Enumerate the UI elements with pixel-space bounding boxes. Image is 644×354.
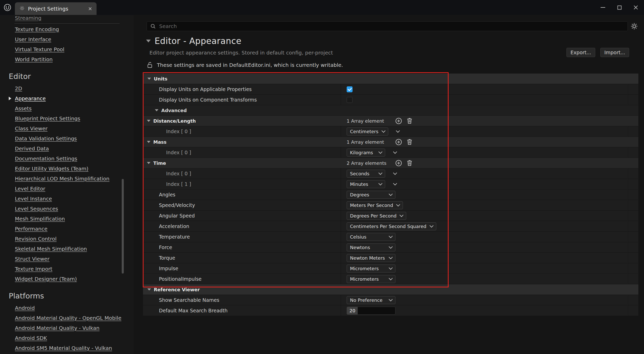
delete-elements-button[interactable] (406, 117, 413, 124)
sidebar-item-texture-import[interactable]: Texture Import (0, 264, 134, 274)
delete-elements-button[interactable] (406, 160, 413, 166)
sidebar-item-data-validation-settings[interactable]: Data Validation Settings (0, 133, 134, 143)
sidebar-item-revision-control[interactable]: Revision Control (0, 234, 134, 244)
dropdown-positional-impulse[interactable]: Micrometers (347, 275, 395, 283)
dropdown-unit[interactable]: Centimeters (347, 128, 388, 135)
dropdown-angular-speed[interactable]: Degrees Per Second (347, 212, 406, 220)
dropdown-force[interactable]: Newtons (347, 243, 395, 251)
dropdown-acceleration[interactable]: Centimeters Per Second Squared (347, 222, 436, 230)
sidebar-item-user-interface[interactable]: User Interface (0, 34, 134, 44)
sidebar-scrollbar[interactable] (122, 179, 124, 274)
advanced-expander-row[interactable]: Advanced (143, 105, 638, 116)
page-title: Editor - Appearance (155, 36, 241, 46)
add-element-button[interactable] (395, 139, 402, 146)
setting-row: Angular Speed Degrees Per Second (143, 211, 638, 221)
sidebar-item-documentation-settings[interactable]: Documentation Settings (0, 153, 134, 164)
array-header-row-time[interactable]: Time 2 Array elements (143, 158, 638, 168)
sidebar-item-performance[interactable]: Performance (0, 224, 134, 234)
sidebar-item-texture-encoding[interactable]: Texture Encoding (0, 24, 134, 34)
setting-row: Speed/Velocity Meters Per Second (143, 200, 638, 211)
setting-name-cell: Index [ 0 ] (143, 147, 341, 158)
setting-value-cell: Centimeters (341, 126, 638, 137)
element-options-button[interactable] (390, 149, 400, 157)
collapse-arrow-icon (147, 120, 150, 122)
setting-name-cell: Acceleration (143, 221, 341, 231)
setting-row: Torque Newton Meters (143, 253, 638, 263)
sidebar-item-skeletal-mesh-simplification[interactable]: Skeletal Mesh Simplification (0, 244, 134, 254)
dropdown-unit[interactable]: Seconds (347, 170, 385, 178)
sidebar-item-android[interactable]: Android (0, 303, 134, 313)
sidebar-item-android-material-quality-vulkan[interactable]: Android Material Quality - Vulkan (0, 323, 134, 333)
minimize-button[interactable] (595, 0, 611, 15)
setting-value-cell: Micrometers (341, 263, 638, 274)
setting-name-cell: Index [ 0 ] (143, 126, 341, 137)
dropdown-impulse[interactable]: Micrometers (347, 265, 395, 273)
dropdown-value: Kilograms (350, 150, 373, 155)
sidebar-item-2d[interactable]: 2D (0, 83, 134, 93)
chevron-down-icon (381, 129, 385, 133)
dropdown-show-searchable-names[interactable]: No Preference (347, 296, 395, 304)
view-options-gear-icon[interactable] (630, 22, 639, 31)
sidebar-item-android-material-quality-opengl-mobile[interactable]: Android Material Quality - OpenGL Mobile (0, 313, 134, 323)
sidebar-item-world-partition[interactable]: World Partition (0, 54, 134, 64)
checkbox-checked[interactable] (347, 86, 353, 92)
sidebar-item-android-sm5-material-quality-vulkan[interactable]: Android SM5 Material Quality - Vulkan (0, 343, 134, 353)
unreal-engine-logo-icon[interactable] (0, 0, 15, 15)
search-input[interactable] (159, 23, 624, 30)
sidebar-item-widget-designer[interactable]: Widget Designer (Team) (0, 274, 134, 284)
tab-project-settings[interactable]: Project Settings (15, 2, 97, 15)
element-options-button[interactable] (393, 128, 403, 135)
close-button[interactable] (628, 0, 644, 15)
element-options-button[interactable] (390, 170, 400, 178)
delete-elements-button[interactable] (406, 139, 413, 145)
sidebar-item-level-sequences[interactable]: Level Sequences (0, 204, 134, 214)
setting-value-cell: Degrees (341, 189, 638, 200)
collapse-section-icon[interactable] (146, 40, 151, 42)
sidebar-item-mesh-simplification[interactable]: Mesh Simplification (0, 214, 134, 224)
dropdown-torque[interactable]: Newton Meters (347, 254, 395, 262)
sidebar-item-android-sdk[interactable]: Android SDK (0, 333, 134, 343)
sidebar-item-label: Texture Encoding (15, 26, 59, 32)
category-row-reference-viewer[interactable]: Reference Viewer (143, 284, 638, 295)
chevron-down-icon (393, 171, 397, 175)
sidebar-item-label: Level Instance (15, 196, 52, 202)
category-label: Units (154, 76, 167, 81)
dropdown-speed-velocity[interactable]: Meters Per Second (347, 201, 403, 209)
dropdown-unit[interactable]: Kilograms (347, 149, 385, 157)
window-controls (595, 0, 644, 15)
dropdown-angles[interactable]: Degrees (347, 191, 395, 199)
sidebar-item-derived-data[interactable]: Derived Data (0, 143, 134, 153)
sidebar-item-level-instance[interactable]: Level Instance (0, 194, 134, 204)
tab-close-icon[interactable] (88, 7, 92, 11)
chevron-down-icon (389, 192, 393, 196)
array-header-row-distance-length[interactable]: Distance/Length 1 Array element (143, 116, 638, 126)
sidebar-item-level-editor[interactable]: Level Editor (0, 184, 134, 194)
import-button[interactable]: Import... (600, 48, 629, 57)
element-options-button[interactable] (390, 180, 400, 188)
maximize-button[interactable] (611, 0, 628, 15)
array-header-row-mass[interactable]: Mass 1 Array element (143, 137, 638, 147)
dropdown-temperature[interactable]: Celsius (347, 233, 395, 241)
array-label: Mass (153, 139, 167, 145)
sidebar-item-label: World Partition (15, 56, 53, 62)
category-row-units[interactable]: Units (143, 74, 638, 84)
export-button[interactable]: Export... (566, 48, 595, 57)
sidebar-item-assets[interactable]: Assets (0, 103, 134, 113)
sidebar-item-struct-viewer[interactable]: Struct Viewer (0, 254, 134, 264)
sidebar-item-hierarchical-lod-mesh-simplification[interactable]: Hierarchical LOD Mesh Simplification (0, 174, 134, 184)
sidebar-item-class-viewer[interactable]: Class Viewer (0, 123, 134, 133)
setting-row: PositionalImpulse Micrometers (143, 274, 638, 284)
sidebar-item-virtual-texture-pool[interactable]: Virtual Texture Pool (0, 44, 134, 54)
sidebar-item-label: Texture Import (15, 266, 52, 272)
search-icon (150, 23, 156, 29)
sidebar-item-streaming[interactable]: Streaming (0, 15, 134, 23)
sidebar-item-appearance[interactable]: Appearance (0, 93, 134, 103)
sidebar-item-blueprint-project-settings[interactable]: Blueprint Project Settings (0, 113, 134, 123)
add-element-button[interactable] (395, 160, 402, 167)
dropdown-value: Minutes (350, 181, 368, 187)
checkbox-unchecked[interactable] (347, 97, 353, 103)
sidebar-item-editor-utility-widgets[interactable]: Editor Utility Widgets (Team) (0, 164, 134, 174)
dropdown-unit[interactable]: Minutes (347, 180, 385, 188)
number-input-max-search-breadth[interactable]: 20 (347, 307, 395, 315)
add-element-button[interactable] (395, 117, 402, 124)
